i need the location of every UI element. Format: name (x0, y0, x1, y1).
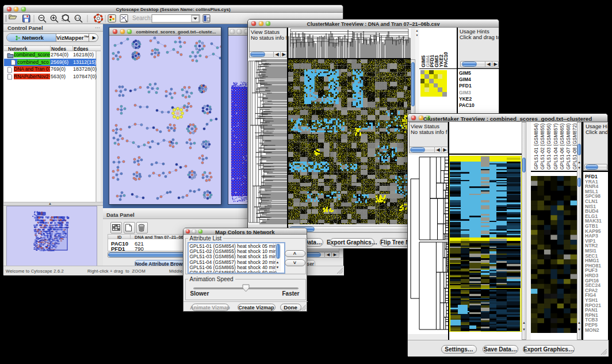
svg-text:Search:: Search: (132, 15, 152, 21)
svg-text:1:1: 1:1 (76, 17, 80, 20)
